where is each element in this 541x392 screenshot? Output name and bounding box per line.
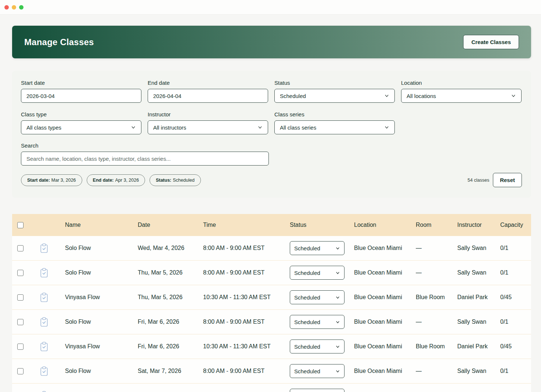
close-window-button[interactable] <box>4 5 9 10</box>
chip-value: Mar 3, 2026 <box>51 178 76 183</box>
filters-panel: Start date End date Status Scheduled Loc… <box>12 71 531 198</box>
clipboard-check-icon <box>40 317 48 327</box>
class-time: 10:30 AM - 11:30 AM EST <box>203 294 290 301</box>
table-row: Vinyasa Flow Fri, Mar 6, 2026 10:30 AM -… <box>12 334 531 359</box>
table-row: Solo Flow Wed, Mar 4, 2026 8:00 AM - 9:0… <box>12 236 531 261</box>
row-status-value: Scheduled <box>294 294 320 301</box>
create-classes-button[interactable]: Create Classes <box>463 35 519 49</box>
class-room: — <box>416 269 457 276</box>
chevron-down-icon <box>384 93 389 98</box>
chevron-down-icon <box>511 93 516 98</box>
table-body: Solo Flow Wed, Mar 4, 2026 8:00 AM - 9:0… <box>12 236 531 392</box>
instructor-select-value: All instructors <box>153 124 186 131</box>
class-instructor: Sally Swan <box>457 245 500 251</box>
end-date-label: End date <box>148 80 268 86</box>
location-select[interactable]: All locations <box>401 89 522 103</box>
chevron-down-icon <box>335 246 340 251</box>
row-checkbox[interactable] <box>17 294 24 301</box>
row-checkbox[interactable] <box>17 319 24 325</box>
row-status-value: Scheduled <box>294 245 320 251</box>
filter-start-date: Start date <box>21 80 141 103</box>
filter-location: Location All locations <box>401 80 522 103</box>
class-count: 54 classes <box>468 178 489 183</box>
row-status-select[interactable]: Scheduled <box>290 364 345 378</box>
filters-grid: Start date End date Status Scheduled Loc… <box>21 80 522 134</box>
instructor-label: Instructor <box>148 111 268 117</box>
row-checkbox[interactable] <box>17 270 24 276</box>
class-room: — <box>416 319 457 325</box>
clipboard-check-icon <box>40 293 48 302</box>
class-date: Thu, Mar 5, 2026 <box>138 294 203 301</box>
filters-actions: 54 classes Reset <box>468 173 522 187</box>
chevron-down-icon <box>335 344 340 349</box>
class-location: Blue Ocean Miami <box>354 343 416 350</box>
row-status-select[interactable]: Scheduled <box>290 389 345 392</box>
class-capacity: 0/1 <box>500 269 531 276</box>
class-time: 8:00 AM - 9:00 AM EST <box>203 319 290 325</box>
class-status-cell: Scheduled <box>290 364 354 378</box>
class-location: Blue Ocean Miami <box>354 319 416 325</box>
row-status-select[interactable]: Scheduled <box>290 340 345 353</box>
reset-button[interactable]: Reset <box>493 173 522 187</box>
class-name: Solo Flow <box>65 245 138 251</box>
chip-label: End date: <box>93 178 114 183</box>
zoom-window-button[interactable] <box>19 5 24 10</box>
filter-chip-start-date[interactable]: Start date: Mar 3, 2026 <box>21 174 82 186</box>
row-checkbox[interactable] <box>17 368 24 374</box>
column-header-instructor: Instructor <box>457 222 500 228</box>
class-location: Blue Ocean Miami <box>354 269 416 276</box>
location-select-value: All locations <box>407 93 436 99</box>
class-instructor: Daniel Park <box>457 343 500 350</box>
class-status-cell: Scheduled <box>290 241 354 255</box>
clipboard-check-icon <box>40 243 48 253</box>
search-input[interactable] <box>21 152 269 166</box>
filter-status: Status Scheduled <box>274 80 395 103</box>
class-name: Solo Flow <box>65 368 138 374</box>
class-icon-cell <box>36 391 65 392</box>
class-type-select[interactable]: All class types <box>21 120 141 134</box>
class-icon-cell <box>36 243 65 253</box>
class-date: Sat, Mar 7, 2026 <box>138 368 203 374</box>
column-header-location: Location <box>354 222 416 228</box>
row-status-value: Scheduled <box>294 270 320 276</box>
class-room: Blue Room <box>416 294 457 301</box>
table-row: Solo Flow Sat, Mar 7, 2026 8:00 AM - 9:0… <box>12 359 531 384</box>
class-icon-cell <box>36 268 65 278</box>
status-label: Status <box>274 80 395 86</box>
row-checkbox[interactable] <box>17 245 24 251</box>
end-date-input[interactable] <box>148 89 268 103</box>
table-row: Solo Flow Fri, Mar 6, 2026 8:00 AM - 9:0… <box>12 310 531 334</box>
class-series-select[interactable]: All class series <box>274 120 395 134</box>
class-name: Vinyasa Flow <box>65 294 138 301</box>
class-name: Solo Flow <box>65 269 138 276</box>
chevron-down-icon <box>257 125 263 130</box>
chip-label: Start date: <box>27 178 50 183</box>
status-select[interactable]: Scheduled <box>274 89 395 103</box>
class-status-cell: Scheduled <box>290 290 354 304</box>
filter-class-type: Class type All class types <box>21 111 141 134</box>
class-status-cell: Scheduled <box>290 340 354 353</box>
row-status-select[interactable]: Scheduled <box>290 266 345 280</box>
classes-table: Name Date Time Status Location Room Inst… <box>12 214 531 392</box>
start-date-input[interactable] <box>21 89 141 103</box>
select-all-checkbox[interactable] <box>17 222 24 228</box>
row-checkbox[interactable] <box>17 344 24 350</box>
column-header-time: Time <box>203 222 290 228</box>
clipboard-check-icon <box>40 268 48 278</box>
row-status-value: Scheduled <box>294 368 320 374</box>
class-capacity: 0/45 <box>500 343 531 350</box>
row-status-select[interactable]: Scheduled <box>290 315 345 329</box>
class-time: 8:00 AM - 9:00 AM EST <box>203 269 290 276</box>
minimize-window-button[interactable] <box>12 5 16 10</box>
row-status-select[interactable]: Scheduled <box>290 290 345 304</box>
class-status-cell: Scheduled <box>290 315 354 329</box>
filter-chip-end-date[interactable]: End date: Apr 3, 2026 <box>87 174 145 186</box>
instructor-select[interactable]: All instructors <box>148 120 268 134</box>
chevron-down-icon <box>335 320 340 324</box>
class-time: 8:00 AM - 9:00 AM EST <box>203 245 290 251</box>
row-status-select[interactable]: Scheduled <box>290 241 345 255</box>
filter-chip-status[interactable]: Status: Scheduled <box>149 174 201 186</box>
class-location: Blue Ocean Miami <box>354 368 416 374</box>
clipboard-check-icon <box>40 391 48 392</box>
column-header-date: Date <box>138 222 203 228</box>
